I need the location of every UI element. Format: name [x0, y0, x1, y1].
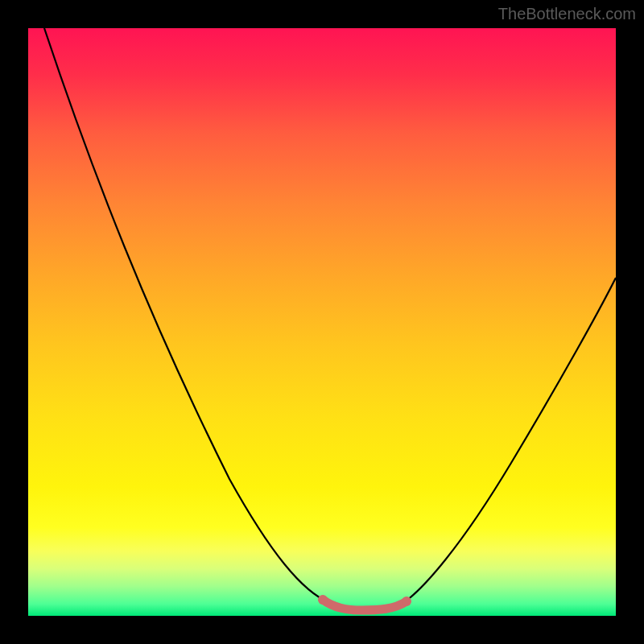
watermark-text: TheBottleneck.com	[498, 5, 636, 23]
highlight-segment	[323, 600, 407, 610]
highlight-dot-right	[402, 597, 411, 606]
plot-area	[28, 28, 616, 616]
bottleneck-curve	[44, 28, 616, 609]
curve-svg	[28, 28, 616, 616]
highlight-dot-left	[318, 595, 328, 605]
